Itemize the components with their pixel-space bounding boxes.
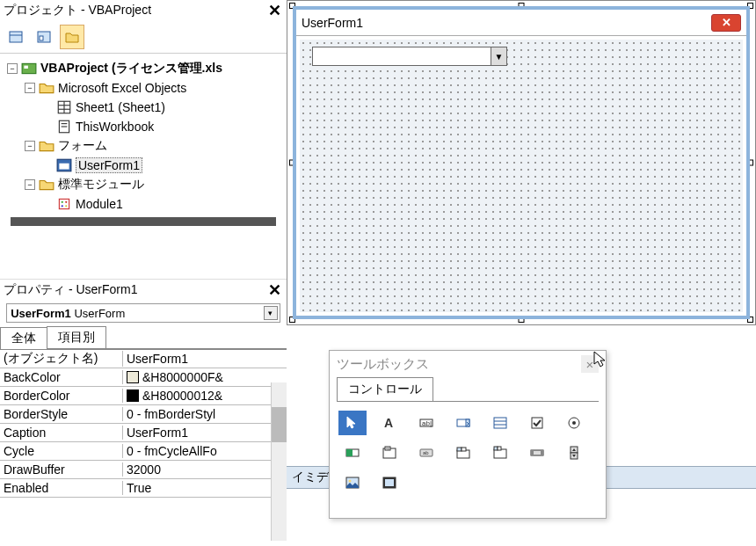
userform-design-surface[interactable]: ▼: [300, 40, 743, 312]
svg-rect-42: [494, 447, 498, 450]
tab-all[interactable]: 全体: [0, 327, 47, 349]
prop-name: DrawBuffer: [0, 462, 123, 477]
module-icon: [56, 197, 72, 211]
color-swatch: [127, 389, 139, 402]
tool-spinbutton[interactable]: [560, 440, 588, 465]
tool-frame[interactable]: xy: [375, 440, 403, 465]
folder-icon: [39, 178, 55, 192]
svg-point-19: [65, 205, 67, 207]
tree-expander[interactable]: −: [7, 63, 18, 74]
worksheet-icon: [56, 100, 72, 114]
svg-rect-43: [498, 447, 501, 450]
tree-item-module1[interactable]: Module1: [76, 197, 123, 211]
svg-rect-25: [494, 418, 506, 428]
userform-caption: UserForm1: [302, 16, 363, 30]
mouse-cursor-icon: [592, 350, 608, 369]
userform-icon: [56, 158, 72, 172]
chevron-down-icon: ▾: [264, 306, 278, 320]
properties-panel-close[interactable]: ✕: [265, 281, 283, 299]
tool-scrollbar[interactable]: [523, 440, 551, 465]
tree-expander[interactable]: −: [25, 141, 35, 151]
vba-project-icon: [21, 62, 37, 76]
prop-value[interactable]: UserForm1: [123, 426, 287, 440]
prop-value[interactable]: 0 - fmBorderStyl: [123, 407, 287, 421]
svg-text:ab: ab: [423, 450, 429, 455]
tree-horizontal-scrollbar[interactable]: [11, 217, 276, 226]
tree-item-sheet1[interactable]: Sheet1 (Sheet1): [76, 100, 165, 114]
project-tree: − VBAProject (ライセンス管理.xls − Microsoft Ex…: [0, 54, 287, 273]
prop-value[interactable]: 32000: [123, 462, 287, 477]
project-panel-close[interactable]: ✕: [265, 2, 283, 19]
svg-text:xy: xy: [386, 446, 389, 450]
tool-pointer[interactable]: [338, 411, 367, 435]
svg-rect-40: [462, 448, 466, 451]
tree-expander[interactable]: −: [25, 179, 35, 190]
tool-image[interactable]: [338, 470, 367, 495]
prop-value[interactable]: UserForm1: [123, 352, 287, 366]
toolbox-tab-controls[interactable]: コントロール: [337, 377, 433, 401]
tab-by-category[interactable]: 項目別: [47, 326, 106, 348]
properties-scrollbar[interactable]: [271, 382, 287, 541]
prop-value[interactable]: 0 - fmCycleAllFo: [123, 444, 287, 458]
toolbox-title: ツールボックス: [337, 356, 429, 373]
tool-optionbutton[interactable]: [560, 411, 588, 435]
tool-checkbox[interactable]: [523, 411, 551, 435]
tool-tabstrip[interactable]: [449, 440, 477, 465]
svg-rect-46: [541, 450, 543, 455]
tree-folder-forms[interactable]: フォーム: [58, 138, 107, 154]
svg-rect-45: [531, 450, 534, 455]
combobox-control[interactable]: ▼: [312, 47, 507, 66]
svg-rect-28: [532, 418, 542, 428]
folder-icon: [39, 139, 55, 153]
tree-item-thisworkbook[interactable]: ThisWorkbook: [76, 120, 154, 134]
toggle-folders-button[interactable]: [60, 25, 84, 49]
svg-point-50: [349, 480, 352, 483]
prop-value[interactable]: True: [123, 481, 287, 495]
tree-folder-excel-objects[interactable]: Microsoft Excel Objects: [58, 81, 186, 95]
prop-value[interactable]: &H8000000F&: [123, 370, 287, 384]
tree-expander[interactable]: −: [25, 83, 35, 93]
svg-rect-15: [59, 199, 69, 208]
project-toolbar: [0, 21, 287, 54]
tool-refedit[interactable]: [375, 470, 403, 495]
svg-rect-52: [385, 479, 394, 486]
workbook-icon: [56, 120, 72, 134]
prop-value[interactable]: &H80000012&: [123, 389, 287, 403]
svg-rect-39: [457, 448, 462, 451]
tool-label[interactable]: A: [375, 411, 403, 435]
userform-close-button[interactable]: ✕: [711, 14, 741, 32]
project-panel-title: プロジェクト - VBAProject: [4, 3, 151, 18]
tool-togglebutton[interactable]: [338, 440, 367, 465]
tree-folder-modules[interactable]: 標準モジュール: [58, 177, 144, 193]
svg-text:ab|: ab|: [422, 419, 432, 427]
tool-commandbutton[interactable]: ab: [412, 440, 440, 465]
toolbox-window[interactable]: ツールボックス × コントロール A ab| xy ab: [329, 350, 607, 519]
svg-point-17: [65, 201, 67, 203]
svg-point-30: [572, 421, 576, 425]
tool-combobox[interactable]: [449, 411, 477, 435]
project-root-label[interactable]: VBAProject (ライセンス管理.xls: [40, 61, 222, 76]
tool-multipage[interactable]: [486, 440, 514, 465]
prop-name: Cycle: [0, 444, 123, 458]
prop-name: BackColor: [0, 370, 123, 384]
svg-rect-0: [10, 32, 22, 42]
tool-listbox[interactable]: [486, 411, 514, 435]
svg-rect-14: [59, 164, 69, 170]
prop-name: (オブジェクト名): [0, 351, 123, 367]
prop-name: BorderStyle: [0, 407, 123, 421]
tree-item-userform1[interactable]: UserForm1: [76, 157, 142, 173]
properties-panel-title: プロパティ - UserForm1: [4, 282, 137, 298]
svg-rect-5: [24, 66, 28, 69]
tool-textbox[interactable]: ab|: [412, 411, 440, 435]
folder-icon: [39, 81, 55, 95]
prop-name: Enabled: [0, 481, 123, 495]
svg-point-16: [62, 201, 63, 203]
view-code-button[interactable]: [4, 25, 28, 49]
chevron-down-icon: ▼: [491, 47, 506, 65]
object-selector-combo[interactable]: UserForm1 UserForm ▾: [6, 303, 280, 323]
view-object-button[interactable]: [32, 25, 56, 49]
svg-rect-3: [40, 36, 43, 40]
prop-name: BorderColor: [0, 389, 123, 403]
prop-name: Caption: [0, 426, 123, 440]
svg-text:A: A: [384, 416, 393, 430]
